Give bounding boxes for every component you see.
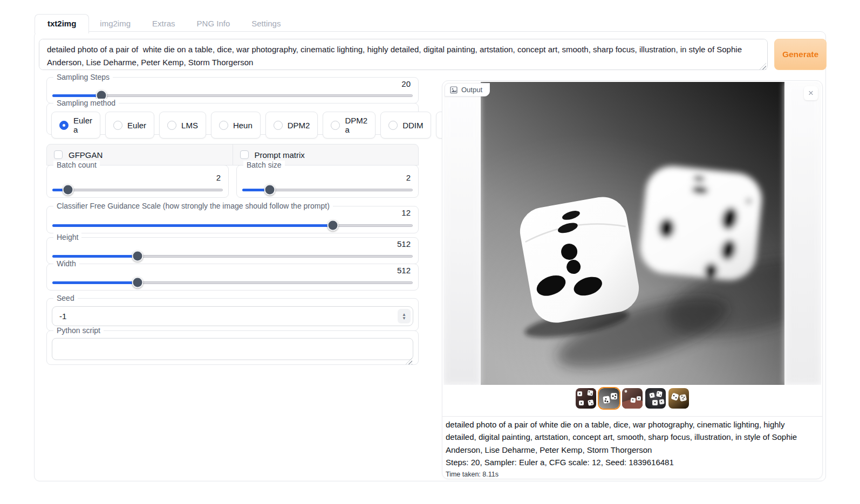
tab-png-info[interactable]: PNG Info xyxy=(186,15,241,32)
batch-size-label: Batch size xyxy=(243,161,285,169)
radio-icon xyxy=(219,121,228,130)
gfpgan-checkbox[interactable] xyxy=(54,150,63,159)
stepper-down-icon[interactable]: ▼ xyxy=(402,316,406,320)
tab-img2img[interactable]: img2img xyxy=(89,15,141,32)
generated-image[interactable] xyxy=(481,82,784,385)
height-label: Height xyxy=(53,233,81,241)
tab-settings[interactable]: Settings xyxy=(241,15,291,32)
output-info: detailed photo of a pair of white die on… xyxy=(446,418,816,478)
generate-button[interactable]: Generate xyxy=(774,39,827,70)
batch-size-slider-handle[interactable] xyxy=(264,184,276,196)
sampler-option-dpm2[interactable]: DPM2 xyxy=(265,112,318,139)
height-slider[interactable] xyxy=(52,255,413,258)
radio-icon xyxy=(388,121,398,130)
batch-count-label: Batch count xyxy=(53,161,100,169)
output-gallery xyxy=(442,388,822,409)
width-slider-handle[interactable] xyxy=(132,277,143,288)
gallery-thumb-3[interactable] xyxy=(622,388,643,409)
output-label: Output xyxy=(461,86,482,94)
sampler-radio-group: Euler a Euler LMS Heun DPM2 DPM2 a DDIM … xyxy=(47,103,418,139)
sampling-steps-label: Sampling Steps xyxy=(53,73,113,81)
radio-icon xyxy=(59,121,69,130)
cfg-scale-value: 12 xyxy=(401,208,411,217)
image-icon xyxy=(450,86,458,94)
output-card: Output × xyxy=(442,80,823,479)
toggle-row: GFPGAN Prompt matrix xyxy=(46,144,419,165)
seed-label: Seed xyxy=(53,294,78,302)
output-params-text: Steps: 20, Sampler: Euler a, CFG scale: … xyxy=(446,456,816,468)
gallery-thumb-4[interactable] xyxy=(645,388,666,409)
python-script-group: Python script xyxy=(46,330,419,365)
batch-count-slider-handle[interactable] xyxy=(63,184,74,196)
gfpgan-label: GFPGAN xyxy=(69,150,103,160)
batch-size-slider[interactable] xyxy=(242,189,413,191)
batch-count-value: 2 xyxy=(216,173,221,182)
output-prompt-text: detailed photo of a pair of white die on… xyxy=(446,418,816,456)
python-script-label: Python script xyxy=(53,326,104,335)
prompt-matrix-label: Prompt matrix xyxy=(255,150,305,160)
prompt-input[interactable]: detailed photo of a pair of white die on… xyxy=(39,39,768,70)
seed-stepper[interactable]: ▲▼ xyxy=(398,309,411,323)
prompt-matrix-checkbox[interactable] xyxy=(240,150,249,159)
output-time-taken: Time taken: 8.11s xyxy=(446,471,816,478)
cfg-scale-group: Classifier Free Guidance Scale (how stro… xyxy=(46,206,419,233)
radio-icon xyxy=(274,121,283,130)
sampler-option-dpm2a[interactable]: DPM2 a xyxy=(323,112,376,139)
sampling-method-label: Sampling method xyxy=(53,99,119,107)
output-image-stage: Output × xyxy=(443,82,821,385)
tab-txt2img[interactable]: txt2img xyxy=(35,14,89,33)
sampler-option-heun[interactable]: Heun xyxy=(211,112,261,139)
radio-icon xyxy=(331,121,340,130)
batch-row: Batch count 2 Batch size 2 xyxy=(46,165,419,198)
batch-size-value: 2 xyxy=(406,173,411,182)
sampling-steps-slider[interactable] xyxy=(52,94,413,97)
txt2img-panel: detailed photo of a pair of white die on… xyxy=(34,31,826,481)
sampler-option-lms[interactable]: LMS xyxy=(159,112,206,139)
cfg-scale-label: Classifier Free Guidance Scale (how stro… xyxy=(53,202,333,210)
sampler-option-euler[interactable]: Euler xyxy=(105,112,154,139)
gallery-thumb-5[interactable] xyxy=(668,388,689,409)
width-slider[interactable] xyxy=(52,281,413,284)
batch-size-group: Batch size 2 xyxy=(236,165,419,198)
gallery-thumb-1[interactable] xyxy=(576,388,596,409)
height-group: Height 512 xyxy=(46,237,419,264)
width-label: Width xyxy=(53,259,79,268)
width-group: Width 512 xyxy=(46,264,419,291)
sampling-steps-value: 20 xyxy=(401,79,411,88)
height-slider-handle[interactable] xyxy=(132,251,143,262)
radio-icon xyxy=(113,121,122,130)
image-blur-edge-right xyxy=(784,82,821,385)
python-script-input[interactable] xyxy=(52,338,413,360)
radio-icon xyxy=(167,121,176,130)
cfg-scale-slider[interactable] xyxy=(52,224,413,227)
sampler-option-ddim[interactable]: DDIM xyxy=(380,112,431,139)
cfg-scale-slider-handle[interactable] xyxy=(327,220,339,231)
batch-count-group: Batch count 2 xyxy=(46,165,229,198)
width-value: 512 xyxy=(397,266,411,275)
tab-extras[interactable]: Extras xyxy=(141,15,186,32)
output-label-chip: Output xyxy=(445,83,490,96)
seed-input[interactable] xyxy=(52,306,413,326)
height-value: 512 xyxy=(397,239,411,248)
batch-count-slider[interactable] xyxy=(52,189,223,191)
close-output-button[interactable]: × xyxy=(804,86,818,100)
sampler-option-euler-a[interactable]: Euler a xyxy=(51,112,100,139)
image-blur-edge-left xyxy=(443,82,480,385)
tab-bar: txt2img img2img Extras PNG Info Settings xyxy=(35,14,291,32)
sampling-method-group: Sampling method Euler a Euler LMS Heun D… xyxy=(46,103,419,135)
output-divider xyxy=(442,416,822,417)
settings-column: Sampling Steps 20 Sampling method Euler … xyxy=(46,77,419,365)
gallery-thumb-2-selected[interactable] xyxy=(599,388,619,409)
